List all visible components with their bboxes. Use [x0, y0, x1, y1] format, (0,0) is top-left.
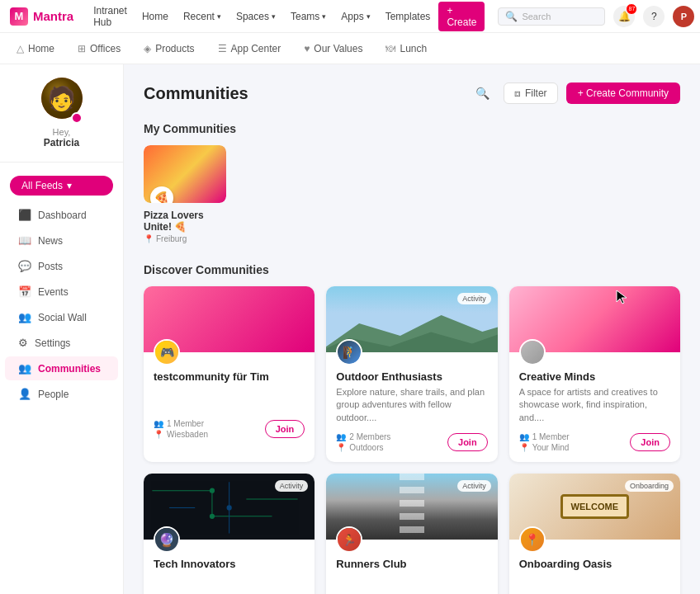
- location-icon: 📍: [336, 443, 346, 452]
- caret-icon: ▾: [67, 180, 72, 191]
- filter-button[interactable]: ⧈ Filter: [504, 82, 558, 104]
- join-button[interactable]: Join: [447, 433, 488, 451]
- members-icon: 👥: [336, 432, 346, 441]
- sidebar-item-people[interactable]: 👤 People: [5, 382, 118, 406]
- nav-offices[interactable]: ⊞ Offices: [74, 38, 124, 59]
- card-header: Activity 🧗: [326, 286, 497, 352]
- location-icon: 📍: [154, 430, 163, 439]
- card-body: Outdoor Enthusiasts Explore nature, shar…: [326, 352, 497, 462]
- community-name: Onboarding Oasis: [519, 558, 670, 570]
- dashboard-icon: ⬛: [18, 209, 31, 221]
- members-count: 👥 1 Member: [519, 432, 570, 441]
- my-communities-section: My Communities 🍕 Pizza Lovers Unite! 🍕 📍…: [144, 122, 680, 243]
- nav-our-values[interactable]: ♥ Our Values: [300, 38, 366, 59]
- card-header: WELCOME Onboarding 📍: [509, 474, 680, 540]
- greeting-text: Hey,: [53, 127, 71, 137]
- app-name: Mantra: [33, 9, 73, 23]
- products-icon: ◈: [144, 43, 151, 54]
- logo-icon: M: [10, 7, 28, 26]
- activity-badge: Activity: [457, 293, 491, 304]
- main-layout: 🧑 Hey, Patricia All Feeds ▾ ⬛ Dashboard …: [0, 64, 700, 594]
- nav-products[interactable]: ◈ Products: [140, 38, 197, 59]
- events-icon: 📅: [18, 285, 31, 298]
- search-button[interactable]: 🔍: [471, 81, 495, 106]
- news-icon: 📖: [18, 234, 31, 247]
- svg-point-6: [210, 488, 215, 493]
- onboarding-badge: Onboarding: [625, 480, 674, 492]
- nav-templates[interactable]: Templates: [379, 7, 438, 26]
- nav-home-secondary[interactable]: △ Home: [13, 38, 58, 59]
- community-card-testcommunity: 🎮 testcommunity für Tim 👥 1 Member: [144, 286, 315, 462]
- community-card-tech: Activity 🔮 Tech Innovators Join: [144, 474, 315, 594]
- members-icon: 👥: [519, 432, 529, 441]
- community-card-outdoor: Activity 🧗 Outdoor Enthusiasts Explore n…: [326, 286, 497, 462]
- notifications[interactable]: 🔔 87: [613, 6, 635, 27]
- card-avatar: 🎮: [154, 339, 180, 365]
- sidebar-item-news[interactable]: 📖 News: [5, 229, 118, 252]
- user-avatar[interactable]: P: [673, 6, 694, 27]
- user-name: Patricia: [44, 137, 79, 148]
- card-meta: 👥 1 Member 📍 Your Mind: [519, 432, 570, 452]
- communities-actions: 🔍 ⧈ Filter + Create Community: [471, 81, 680, 106]
- activity-badge: Activity: [275, 480, 309, 492]
- heart-icon: ♥: [304, 43, 310, 54]
- pizza-emoji: 🍕: [150, 186, 173, 203]
- card-header: Activity 🔮: [144, 474, 315, 540]
- card-header: [509, 286, 680, 352]
- members-icon: 👥: [154, 419, 163, 428]
- sidebar-item-social-wall[interactable]: 👥 Social Wall: [5, 305, 118, 329]
- avatar-image: 🏃: [338, 528, 361, 551]
- sidebar-user-section: 🧑 Hey, Patricia: [0, 78, 123, 163]
- app-logo[interactable]: M Mantra: [10, 7, 73, 26]
- nav-app-center[interactable]: ☰ App Center: [215, 38, 285, 59]
- search-bar[interactable]: 🔍 Search: [498, 7, 605, 26]
- sidebar-item-settings[interactable]: ⚙ Settings: [5, 331, 118, 355]
- offices-icon: ⊞: [78, 43, 86, 54]
- all-feeds-button[interactable]: All Feeds ▾: [10, 176, 113, 196]
- community-description: A space for artists and creatives to sho…: [519, 386, 670, 424]
- sidebar-item-communities[interactable]: 👥 Communities: [5, 356, 118, 380]
- card-avatar: 📍: [519, 526, 546, 553]
- community-description: [336, 573, 487, 594]
- create-community-button[interactable]: + Create Community: [566, 82, 680, 104]
- app-center-icon: ☰: [218, 43, 227, 54]
- community-location: 📍 Outdoors: [336, 443, 390, 452]
- card-meta: 👥 1 Member 📍 Wiesbaden: [154, 419, 208, 439]
- card-footer: 👥 1 Member 📍 Your Mind Join: [519, 432, 670, 452]
- join-button[interactable]: Join: [265, 420, 305, 438]
- svg-point-8: [227, 506, 232, 511]
- communities-header: Communities 🔍 ⧈ Filter + Create Communit…: [144, 81, 680, 106]
- help-icon[interactable]: ?: [643, 6, 665, 27]
- sidebar-item-events[interactable]: 📅 Events: [5, 280, 118, 304]
- nav-spaces[interactable]: Spaces▾: [229, 7, 282, 26]
- community-name: Runners Club: [336, 558, 487, 570]
- card-avatar: [519, 339, 546, 365]
- sidebar-item-dashboard[interactable]: ⬛ Dashboard: [5, 203, 118, 227]
- people-icon: 👤: [18, 388, 31, 400]
- members-count: 👥 2 Members: [336, 432, 390, 441]
- nav-intranet-hub[interactable]: Intranet Hub: [87, 2, 134, 31]
- community-name: Pizza Lovers Unite! 🍕: [144, 210, 226, 233]
- community-description: [154, 573, 305, 594]
- community-description: [154, 386, 305, 411]
- nav-home[interactable]: Home: [135, 7, 175, 26]
- community-card-creative: Creative Minds A space for artists and c…: [509, 286, 680, 462]
- create-button[interactable]: + Create: [438, 2, 485, 31]
- nav-teams[interactable]: Teams▾: [284, 7, 333, 26]
- nav-lunch[interactable]: 🍽 Lunch: [382, 38, 430, 59]
- card-header: 🎮: [144, 286, 315, 352]
- search-icon: 🔍: [505, 11, 518, 22]
- posts-icon: 💬: [18, 260, 31, 272]
- avatar-image: [521, 341, 544, 364]
- welcome-sign: WELCOME: [560, 494, 629, 519]
- my-community-card[interactable]: 🍕 Pizza Lovers Unite! 🍕 📍 Freiburg: [144, 145, 226, 243]
- discover-communities-title: Discover Communities: [144, 263, 680, 276]
- nav-apps[interactable]: Apps▾: [334, 7, 376, 26]
- card-footer: 👥 2 Members 📍 Outdoors Join: [336, 432, 487, 452]
- notification-count: 87: [626, 3, 637, 15]
- nav-recent[interactable]: Recent▾: [177, 7, 228, 26]
- join-button[interactable]: Join: [630, 433, 670, 451]
- my-communities-title: My Communities: [144, 122, 680, 135]
- sidebar-item-posts[interactable]: 💬 Posts: [5, 254, 118, 278]
- discover-communities-section: Discover Communities 🎮 testcommunity für…: [144, 263, 680, 594]
